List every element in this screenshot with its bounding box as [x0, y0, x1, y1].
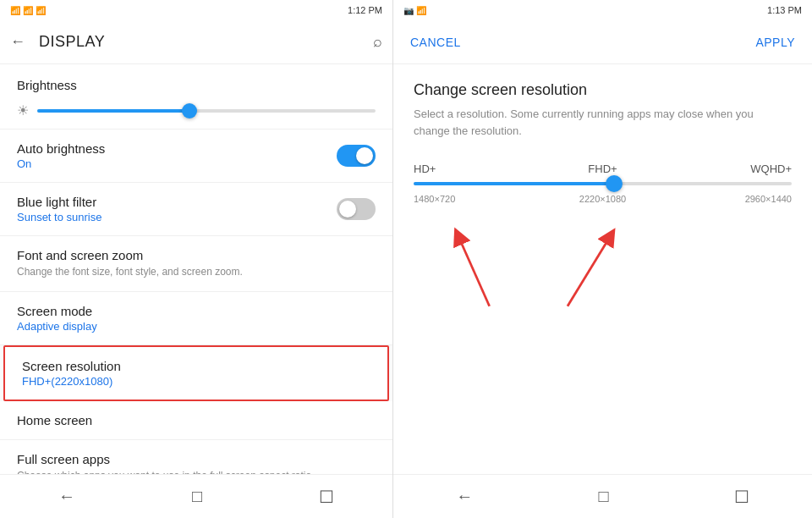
resolution-values: 1480×720 2220×1080 2960×1440 [414, 194, 792, 204]
dialog-actions: CANCEL APPLY [393, 20, 812, 64]
nav-home-left[interactable]: □ [192, 487, 202, 506]
font-zoom-item[interactable]: Font and screen zoom Change the font siz… [0, 236, 392, 292]
arrows-area [414, 212, 792, 314]
brightness-slider-fill [37, 109, 189, 113]
auto-brightness-text: Auto brightness On [17, 141, 105, 170]
toolbar-left: ← DISPLAY ⌕ [0, 20, 392, 64]
screen-mode-status: Adaptive display [17, 320, 376, 333]
toggle-knob [356, 147, 373, 164]
time-left: 1:12 PM [348, 5, 382, 15]
blue-light-toggle-knob [339, 201, 356, 218]
bottom-nav-left: ← □ ☐ [0, 474, 392, 518]
auto-brightness-item[interactable]: Auto brightness On [0, 130, 392, 183]
dialog-content: Change screen resolution Select a resolu… [393, 64, 812, 474]
res-label-wqhd: WQHD+ [666, 163, 792, 175]
screen-mode-item[interactable]: Screen mode Adaptive display [0, 292, 392, 345]
nav-recent-left[interactable]: ☐ [319, 487, 334, 507]
brightness-slider-row: ☀ [17, 102, 376, 118]
resolution-slider-track[interactable] [414, 182, 792, 185]
search-button[interactable]: ⌕ [373, 33, 382, 51]
res-label-hd: HD+ [414, 163, 540, 175]
back-button[interactable]: ← [10, 33, 25, 51]
brightness-slider-track[interactable] [37, 109, 376, 113]
nav-recent-right[interactable]: ☐ [734, 487, 749, 507]
brightness-slider-thumb [182, 103, 197, 118]
home-screen-label: Home screen [17, 413, 376, 427]
auto-brightness-status: On [17, 157, 105, 170]
settings-list: Brightness ☀ Auto brightness On [0, 64, 392, 474]
screen-resolution-label: Screen resolution [22, 359, 370, 373]
res-label-fhd: FHD+ [540, 163, 666, 175]
nav-back-left[interactable]: ← [58, 487, 75, 506]
auto-brightness-label: Auto brightness [17, 141, 105, 156]
blue-light-row: Blue light filter Sunset to sunrise [17, 195, 376, 223]
resolution-slider-thumb [606, 175, 623, 192]
home-screen-item[interactable]: Home screen [0, 401, 392, 440]
blue-light-status: Sunset to sunrise [17, 211, 102, 223]
res-value-fhd: 2220×1080 [540, 194, 666, 204]
status-bar-right: 📷 📶 1:13 PM [393, 0, 812, 20]
left-panel: 📶 📶 📶 1:12 PM ← DISPLAY ⌕ Brightness ☀ [0, 0, 393, 518]
res-value-wqhd: 2960×1440 [666, 194, 792, 204]
arrows-svg [414, 212, 792, 314]
full-screen-apps-label: Full screen apps [17, 452, 376, 466]
blue-light-item[interactable]: Blue light filter Sunset to sunrise [0, 183, 392, 236]
font-zoom-desc: Change the font size, font style, and sc… [17, 265, 376, 279]
resolution-slider-fill [414, 182, 614, 185]
blue-light-label: Blue light filter [17, 195, 102, 209]
full-screen-apps-item[interactable]: Full screen apps Choose which apps you w… [0, 440, 392, 474]
nav-home-right[interactable]: □ [598, 487, 608, 506]
blue-light-text: Blue light filter Sunset to sunrise [17, 195, 102, 223]
cancel-button[interactable]: CANCEL [410, 36, 461, 49]
resolution-labels: HD+ FHD+ WQHD+ [414, 163, 792, 175]
time-right: 1:13 PM [767, 5, 802, 15]
font-zoom-label: Font and screen zoom [17, 248, 376, 262]
status-icons-right: 📷 📶 [403, 6, 426, 15]
auto-brightness-row: Auto brightness On [17, 141, 376, 170]
screen-mode-label: Screen mode [17, 304, 376, 318]
dialog-title: Change screen resolution [414, 81, 792, 99]
bottom-nav-right: ← □ ☐ [393, 474, 812, 518]
status-bar-left: 📶 📶 📶 1:12 PM [0, 0, 392, 20]
screen-resolution-item[interactable]: Screen resolution FHD+(2220x1080) [3, 345, 389, 401]
res-value-hd: 1480×720 [414, 194, 540, 204]
right-panel: 📷 📶 1:13 PM CANCEL APPLY Change screen r… [393, 0, 812, 518]
brightness-icon: ☀ [17, 102, 29, 118]
brightness-title: Brightness [17, 78, 376, 92]
page-title: DISPLAY [39, 33, 373, 51]
auto-brightness-toggle[interactable] [337, 145, 376, 167]
blue-light-toggle[interactable] [337, 198, 376, 220]
nav-back-right[interactable]: ← [456, 487, 473, 506]
status-icons-left: 📶 📶 📶 [10, 6, 46, 15]
svg-line-2 [568, 236, 611, 306]
brightness-section: Brightness ☀ [0, 64, 392, 130]
dialog-desc: Select a resolution. Some currently runn… [414, 106, 792, 139]
screen-resolution-status: FHD+(2220x1080) [22, 375, 370, 388]
apply-button[interactable]: APPLY [755, 36, 795, 49]
svg-line-1 [458, 236, 490, 306]
